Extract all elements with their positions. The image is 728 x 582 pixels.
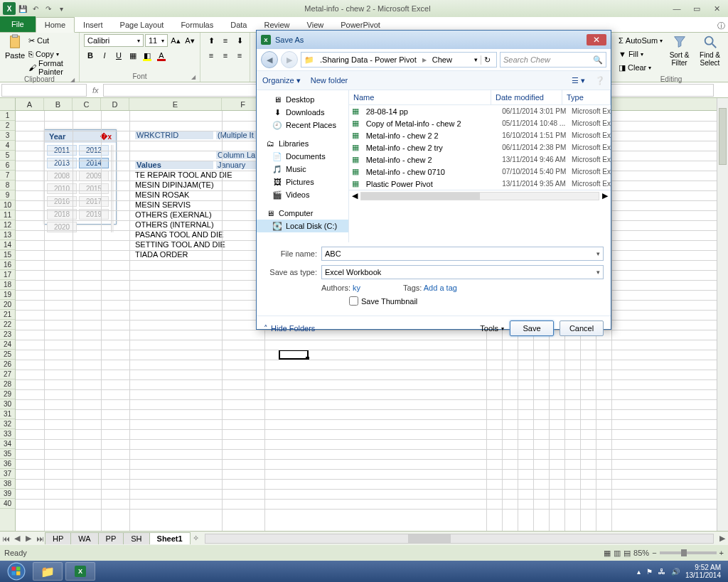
font-color-button[interactable]: A — [155, 49, 168, 62]
save-qat-icon[interactable]: 💾 — [17, 3, 28, 14]
tab-data[interactable]: Data — [222, 18, 255, 32]
view-layout-icon[interactable]: ▥ — [614, 549, 621, 558]
grow-font-icon[interactable]: A▴ — [169, 34, 182, 47]
authors-link[interactable]: ky — [353, 284, 360, 292]
cancel-button[interactable]: Cancel — [560, 320, 604, 336]
sort-filter-button[interactable]: Sort & Filter — [665, 34, 693, 67]
row-header[interactable]: 29 — [0, 389, 15, 399]
row-header[interactable]: 10 — [0, 200, 15, 210]
row-header[interactable]: 37 — [0, 469, 15, 479]
row-header[interactable]: 7 — [0, 171, 15, 180]
fx-icon[interactable]: fx — [88, 86, 103, 95]
sheet-nav-next-icon[interactable]: ▶ — [23, 534, 34, 543]
zoom-slider[interactable] — [660, 551, 717, 554]
row-header[interactable]: 34 — [0, 439, 15, 449]
sheet-tab[interactable]: WA — [70, 532, 98, 544]
tree-computer[interactable]: 🖥Computer — [257, 207, 348, 220]
row-header[interactable]: 6 — [0, 161, 15, 171]
tree-item[interactable]: 🕘Recent Places — [257, 119, 348, 131]
tree-item[interactable]: 🖥Desktop — [257, 93, 348, 106]
row-header[interactable]: 2 — [0, 121, 15, 131]
tab-formulas[interactable]: Formulas — [172, 18, 222, 32]
row-header[interactable]: 30 — [0, 399, 15, 409]
col-header[interactable]: C — [73, 98, 101, 110]
tray-network-icon[interactable]: 🖧 — [658, 568, 665, 576]
save-thumbnail-checkbox[interactable] — [349, 296, 358, 306]
row-header[interactable]: 19 — [0, 290, 15, 300]
slicer-item[interactable]: 2015 — [79, 183, 109, 194]
taskbar-excel[interactable]: X — [65, 562, 95, 581]
italic-button[interactable]: I — [98, 49, 111, 62]
file-row[interactable]: ▦28-08-14 pp06/11/2014 3:01 PMMicrosoft … — [349, 105, 611, 117]
sheet-nav-first-icon[interactable]: ⏮ — [0, 534, 11, 543]
format-painter-button[interactable]: 🖌Format Painter — [28, 61, 75, 74]
taskbar-explorer[interactable]: 📁 — [33, 562, 63, 581]
row-header[interactable]: 24 — [0, 340, 15, 350]
row-header[interactable]: 14 — [0, 240, 15, 250]
tray-volume-icon[interactable]: 🔊 — [671, 568, 680, 576]
row-header[interactable]: 15 — [0, 250, 15, 260]
vertical-scrollbar[interactable] — [717, 98, 728, 531]
breadcrumb-dropdown-icon[interactable]: ▾ — [474, 56, 478, 63]
row-header[interactable]: 11 — [0, 210, 15, 220]
align-center-icon[interactable]: ≡ — [219, 49, 232, 62]
row-header[interactable]: 36 — [0, 459, 15, 469]
col-date[interactable]: Date modified — [491, 90, 562, 104]
row-headers[interactable]: 1234567891011121314151617181920212223242… — [0, 111, 16, 531]
align-left-icon[interactable]: ≡ — [205, 49, 218, 62]
row-header[interactable]: 8 — [0, 180, 15, 190]
row-header[interactable]: 16 — [0, 260, 15, 270]
clear-button[interactable]: ◨Clear▾ — [619, 61, 663, 74]
tree-item[interactable]: 📄Documents — [257, 150, 348, 163]
row-header[interactable]: 20 — [0, 300, 15, 310]
hide-folders-button[interactable]: ˄Hide Folders — [264, 324, 315, 333]
address-breadcrumb[interactable]: 📁 .Sharing Data - Power Pivot ▶ Chew ▾ ↻ — [301, 52, 497, 68]
tab-home[interactable]: Home — [36, 17, 75, 33]
row-header[interactable]: 31 — [0, 409, 15, 419]
align-bottom-icon[interactable]: ⬇ — [233, 34, 246, 47]
nav-back-button[interactable]: ◀ — [261, 51, 278, 68]
zoom-level[interactable]: 85% — [633, 549, 649, 557]
taskbar-clock[interactable]: 9:52 AM 13/11/2014 — [685, 564, 721, 579]
bold-button[interactable]: B — [84, 49, 97, 62]
start-button[interactable] — [3, 561, 30, 581]
filename-dropdown-icon[interactable]: ▾ — [596, 250, 600, 257]
chevron-right-icon[interactable]: ▶ — [422, 57, 427, 63]
hscroll-right-icon[interactable]: ▶ — [717, 534, 728, 543]
fill-button[interactable]: ▼Fill▾ — [619, 48, 663, 60]
row-header[interactable]: 1 — [0, 111, 15, 121]
slicer-item[interactable]: 2017 — [79, 196, 109, 207]
tray-up-icon[interactable]: ▴ — [637, 568, 641, 576]
row-header[interactable]: 23 — [0, 330, 15, 340]
row-header[interactable]: 3 — [0, 131, 15, 141]
autosum-button[interactable]: ΣAutoSum▾ — [619, 34, 663, 47]
sheet-tab[interactable]: HP — [45, 532, 71, 544]
tree-libraries[interactable]: 🗂Libraries — [257, 137, 348, 150]
find-select-button[interactable]: Find & Select — [696, 34, 724, 67]
align-top-icon[interactable]: ⬆ — [205, 34, 218, 47]
nav-forward-button[interactable]: ▶ — [281, 51, 298, 68]
zoom-out-icon[interactable]: − — [652, 549, 656, 557]
shrink-font-icon[interactable]: A▾ — [183, 34, 196, 47]
tree-item[interactable]: 🖼Pictures — [257, 176, 348, 188]
new-sheet-icon[interactable]: ✧ — [191, 534, 202, 543]
nav-tree[interactable]: 🖥Desktop⬇Downloads🕘Recent Places 🗂Librar… — [257, 90, 349, 242]
fill-color-button[interactable]: ◧ — [141, 49, 154, 62]
tree-item[interactable]: 🎬Videos — [257, 188, 348, 201]
slicer-clear-icon[interactable]: �x — [100, 133, 112, 141]
ribbon-help-icon[interactable]: ⓘ — [714, 19, 728, 32]
file-row[interactable]: ▦Plastic Power Pivot13/11/2014 9:35 AMMi… — [349, 178, 611, 190]
name-box[interactable] — [1, 84, 87, 97]
sheet-nav-last-icon[interactable]: ⏭ — [34, 534, 46, 543]
pivot-field[interactable]: WRKCTRID — [135, 131, 213, 139]
tools-button[interactable]: Tools ▾ — [480, 324, 504, 333]
row-header[interactable]: 32 — [0, 419, 15, 429]
view-options-icon[interactable]: ☰ ▾ — [572, 76, 585, 85]
border-button[interactable]: ▦ — [127, 49, 139, 62]
slicer-item[interactable]: 2014 — [79, 158, 109, 168]
tree-item[interactable]: 🎵Music — [257, 163, 348, 176]
cut-button[interactable]: ✂Cut — [28, 34, 75, 47]
file-row[interactable]: ▦Copy of Metal-info - chew 205/11/2014 1… — [349, 117, 611, 129]
row-header[interactable]: 4 — [0, 141, 15, 151]
row-header[interactable]: 9 — [0, 190, 15, 200]
